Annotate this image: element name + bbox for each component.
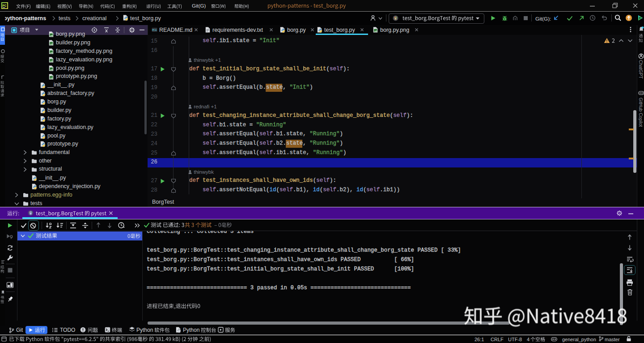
- svg-text:PC: PC: [3, 4, 7, 7]
